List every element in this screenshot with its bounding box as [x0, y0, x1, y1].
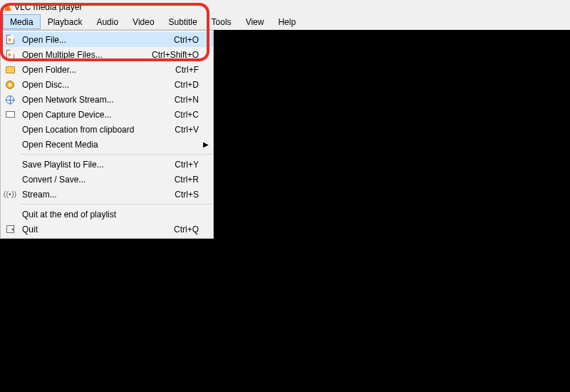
vlc-cone-icon	[4, 4, 11, 11]
menuitem-shortcut: Ctrl+D	[142, 80, 199, 90]
capture-icon	[1, 111, 19, 118]
menu-video[interactable]: Video	[125, 14, 161, 29]
menuitem-shortcut: Ctrl+R	[142, 175, 199, 185]
menuitem-quit-end[interactable]: Quit at the end of playlist	[1, 207, 213, 222]
menuitem-open-multiple[interactable]: Open Multiple Files...Ctrl+Shift+O	[1, 47, 213, 62]
menuitem-label: Quit	[19, 225, 142, 234]
menuitem-open-disc[interactable]: Open Disc...Ctrl+D	[1, 77, 213, 92]
folder-icon	[1, 66, 19, 73]
menuitem-shortcut: Ctrl+Q	[142, 225, 199, 234]
quit-icon	[1, 225, 19, 233]
menu-tools[interactable]: Tools	[204, 14, 239, 29]
menuitem-shortcut: Ctrl+C	[142, 110, 199, 120]
menuitem-shortcut: Ctrl+S	[142, 190, 199, 200]
menuitem-shortcut: Ctrl+O	[142, 35, 199, 45]
network-icon	[1, 96, 19, 104]
menuitem-label: Stream...	[19, 190, 142, 200]
menuitem-open-clipboard[interactable]: Open Location from clipboardCtrl+V	[1, 122, 213, 137]
menuitem-open-capture[interactable]: Open Capture Device...Ctrl+C	[1, 107, 213, 122]
disc-icon	[1, 81, 19, 89]
menu-help[interactable]: Help	[271, 14, 303, 29]
title-bar: VLC media player	[0, 0, 570, 14]
file-play-icon	[1, 35, 19, 44]
menuitem-open-folder[interactable]: Open Folder...Ctrl+F	[1, 62, 213, 77]
menuitem-label: Open Folder...	[19, 65, 142, 75]
menuitem-label: Open Multiple Files...	[19, 50, 142, 60]
window-title: VLC media player	[14, 2, 82, 12]
menuitem-label: Open Network Stream...	[19, 95, 142, 105]
media-dropdown: Open File...Ctrl+OOpen Multiple Files...…	[0, 30, 214, 239]
file-play-icon	[1, 50, 19, 59]
menuitem-label: Open Recent Media	[19, 140, 142, 150]
menu-media[interactable]: Media	[3, 14, 41, 29]
menuitem-label: Open File...	[19, 35, 142, 45]
menuitem-shortcut: Ctrl+Shift+O	[142, 50, 199, 60]
menuitem-open-file[interactable]: Open File...Ctrl+O	[1, 32, 213, 47]
menuitem-shortcut: Ctrl+Y	[142, 160, 199, 170]
menuitem-label: Open Capture Device...	[19, 110, 142, 120]
menuitem-label: Save Playlist to File...	[19, 160, 142, 170]
menuitem-convert-save[interactable]: Convert / Save...Ctrl+R	[1, 172, 213, 187]
menuitem-label: Convert / Save...	[19, 175, 142, 185]
menuitem-stream[interactable]: ((•))Stream...Ctrl+S	[1, 187, 213, 202]
menu-subtitle[interactable]: Subtitle	[162, 14, 204, 29]
menuitem-shortcut: Ctrl+F	[142, 65, 199, 75]
menuitem-shortcut: Ctrl+N	[142, 95, 199, 105]
menuitem-label: Quit at the end of playlist	[19, 210, 142, 220]
menuitem-open-recent[interactable]: Open Recent Media▶	[1, 137, 213, 152]
menuitem-quit[interactable]: QuitCtrl+Q	[1, 222, 213, 237]
menuitem-label: Open Disc...	[19, 80, 142, 90]
menuitem-shortcut: Ctrl+V	[142, 125, 199, 135]
menu-view[interactable]: View	[239, 14, 271, 29]
menuitem-open-network[interactable]: Open Network Stream...Ctrl+N	[1, 92, 213, 107]
stream-icon: ((•))	[1, 190, 19, 198]
submenu-arrow-icon: ▶	[199, 140, 209, 148]
menuitem-label: Open Location from clipboard	[19, 125, 142, 135]
menu-bar: MediaPlaybackAudioVideoSubtitleToolsView…	[0, 14, 570, 30]
menu-playback[interactable]: Playback	[41, 14, 90, 29]
menu-audio[interactable]: Audio	[89, 14, 125, 29]
menuitem-save-playlist[interactable]: Save Playlist to File...Ctrl+Y	[1, 157, 213, 172]
